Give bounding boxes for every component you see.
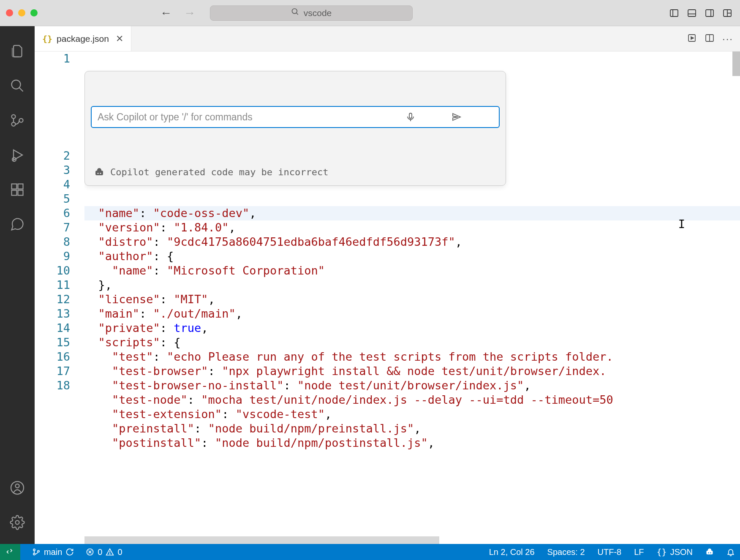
line-number: 7	[35, 220, 70, 235]
code-line[interactable]: "test-browser": "npx playwright install …	[84, 364, 740, 378]
nav-history: ← →	[160, 7, 196, 19]
copilot-input[interactable]	[98, 111, 400, 123]
activity-chat[interactable]	[0, 207, 35, 242]
window-controls	[6, 9, 38, 16]
line-number: 18	[35, 378, 70, 393]
warning-count: 0	[117, 547, 122, 557]
activity-explorer[interactable]	[0, 34, 35, 68]
nav-back-button[interactable]: ←	[160, 7, 172, 19]
line-number: 10	[35, 264, 70, 278]
json-file-icon: {}	[42, 34, 52, 44]
activity-source-control[interactable]	[0, 103, 35, 138]
workbench: {} package.json ✕ ··· 123456789101112131…	[0, 26, 740, 544]
more-actions-button[interactable]: ···	[722, 33, 733, 45]
text-cursor-icon: I	[678, 217, 685, 231]
language-mode-status[interactable]: {} JSON	[655, 547, 694, 557]
line-number: 14	[35, 321, 70, 335]
copilot-input-container	[91, 106, 500, 128]
nav-forward-button[interactable]: →	[184, 7, 196, 19]
encoding-status[interactable]: UTF-8	[596, 547, 623, 557]
titlebar: ← → vscode	[0, 0, 740, 26]
code-line[interactable]: "version": "1.84.0",	[84, 220, 740, 235]
text-editor[interactable]: 123456789101112131415161718 { "name": "c…	[35, 52, 740, 544]
copilot-icon	[94, 167, 104, 177]
code-line[interactable]: "name": "code-oss-dev",	[84, 206, 740, 220]
minimize-window-button[interactable]	[18, 9, 25, 16]
git-branch-status[interactable]: main	[30, 547, 76, 557]
tab-package-json[interactable]: {} package.json ✕	[35, 26, 131, 51]
send-icon[interactable]	[452, 83, 493, 151]
activity-search[interactable]	[0, 68, 35, 103]
code-line[interactable]: "distro": "9cdc4175a8604751edba6baf46edf…	[84, 235, 740, 249]
activity-accounts[interactable]	[0, 470, 35, 505]
line-number: 3	[35, 163, 70, 177]
customize-layout-button[interactable]	[721, 6, 734, 20]
code-content[interactable]: { "name": "code-oss-dev", "version": "1.…	[84, 52, 740, 544]
copilot-inline-chat: Copilot generated code may be incorrect	[84, 71, 506, 186]
code-line[interactable]: "private": true,	[84, 321, 740, 335]
code-line[interactable]: "author": {	[84, 249, 740, 264]
line-number: 2	[35, 149, 70, 163]
split-editor-button[interactable]	[705, 33, 715, 45]
error-icon	[86, 548, 94, 556]
activity-bar	[0, 26, 35, 544]
code-line[interactable]: "test-browser-no-install": "node test/un…	[84, 378, 740, 393]
minimap-slider[interactable]	[732, 52, 740, 76]
eol-status[interactable]: LF	[632, 547, 645, 557]
tab-filename: package.json	[57, 34, 109, 44]
svg-point-0	[292, 9, 297, 14]
error-count: 0	[98, 547, 102, 557]
code-line[interactable]: "license": "MIT",	[84, 292, 740, 307]
tab-close-button[interactable]: ✕	[116, 33, 123, 44]
indentation-status[interactable]: Spaces: 2	[546, 547, 587, 557]
line-number-gutter: 123456789101112131415161718	[35, 52, 84, 544]
line-number: 9	[35, 249, 70, 264]
line-number: 5	[35, 192, 70, 206]
svg-point-23	[16, 484, 19, 488]
language-icon: {}	[657, 547, 667, 557]
code-line[interactable]: "scripts": {	[84, 335, 740, 350]
cursor-position-status[interactable]: Ln 2, Col 26	[487, 547, 536, 557]
copilot-status[interactable]	[704, 548, 716, 556]
editor-group: {} package.json ✕ ··· 123456789101112131…	[35, 26, 740, 544]
line-number: 12	[35, 292, 70, 307]
code-line[interactable]: "test-extension": "vscode-test",	[84, 407, 740, 421]
toggle-panel-button[interactable]	[685, 6, 699, 20]
activity-run-debug[interactable]	[0, 138, 35, 172]
svg-rect-6	[706, 10, 713, 16]
code-line[interactable]: "test": "echo Please run any of the test…	[84, 350, 740, 364]
run-code-button[interactable]	[687, 33, 697, 45]
remote-indicator[interactable]	[0, 544, 20, 560]
code-line[interactable]: "name": "Microsoft Corporation"	[84, 264, 740, 278]
toggle-primary-sidebar-button[interactable]	[667, 6, 681, 20]
line-number: 13	[35, 307, 70, 321]
microphone-icon[interactable]	[405, 83, 447, 151]
command-center[interactable]: vscode	[210, 5, 413, 21]
svg-line-12	[19, 88, 23, 92]
svg-rect-18	[12, 184, 17, 189]
code-line[interactable]: "test-node": "mocha test/unit/node/index…	[84, 393, 740, 407]
svg-line-1	[296, 13, 298, 15]
status-bar: main 0 0 Ln 2, Col 26 Spaces: 2 UTF-8 LF…	[0, 544, 740, 560]
copilot-disclaimer-text: Copilot generated code may be incorrect	[110, 165, 329, 179]
search-icon	[291, 8, 299, 18]
toggle-secondary-sidebar-button[interactable]	[703, 6, 716, 20]
svg-rect-21	[18, 184, 23, 189]
code-line[interactable]: "preinstall": "node build/npm/preinstall…	[84, 421, 740, 436]
code-line[interactable]: "main": "./out/main",	[84, 307, 740, 321]
tab-bar: {} package.json ✕ ···	[35, 26, 740, 52]
code-line[interactable]: },	[84, 278, 740, 292]
close-window-button[interactable]	[6, 9, 13, 16]
copilot-disclaimer: Copilot generated code may be incorrect	[91, 165, 500, 179]
maximize-window-button[interactable]	[30, 9, 38, 16]
notifications-button[interactable]	[725, 548, 737, 556]
horizontal-scrollbar[interactable]	[84, 536, 439, 544]
activity-extensions[interactable]	[0, 172, 35, 207]
problems-status[interactable]: 0 0	[84, 547, 124, 557]
editor-actions: ···	[687, 26, 740, 51]
svg-rect-29	[409, 113, 412, 118]
activity-settings[interactable]	[0, 505, 35, 540]
layout-controls	[667, 6, 734, 20]
line-number: 15	[35, 335, 70, 350]
code-line[interactable]: "postinstall": "node build/npm/postinsta…	[84, 436, 740, 450]
